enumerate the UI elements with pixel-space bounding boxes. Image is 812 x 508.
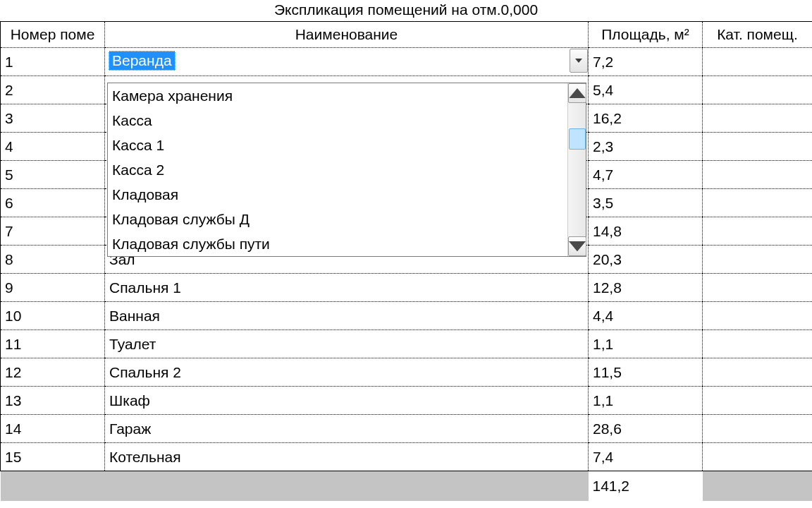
dropdown-scrollbar[interactable] [567, 83, 586, 256]
cell-number[interactable]: 7 [1, 217, 105, 246]
cell-category[interactable] [703, 48, 813, 76]
cell-number[interactable]: 5 [1, 161, 105, 189]
cell-area[interactable]: 1,1 [589, 387, 703, 415]
cell-area[interactable]: 28,6 [589, 415, 703, 443]
total-row: 141,2 [1, 471, 813, 501]
cell-area[interactable]: 3,5 [589, 189, 703, 217]
page-title: Экспликация помещений на отм.0,000 [0, 0, 812, 21]
cell-number[interactable]: 4 [1, 133, 105, 161]
svg-marker-1 [569, 88, 586, 98]
table-row[interactable]: 11Туалет1,1 [1, 330, 813, 358]
cell-category[interactable] [703, 161, 813, 189]
cell-area[interactable]: 7,2 [589, 48, 703, 76]
dropdown-option[interactable]: Кладовая [108, 182, 567, 207]
total-blank [1, 471, 105, 501]
cell-category[interactable] [703, 133, 813, 161]
cell-category[interactable] [703, 302, 813, 330]
cell-category[interactable] [703, 415, 813, 443]
cell-number[interactable]: 8 [1, 246, 105, 274]
name-dropdown-list[interactable]: Камера храненияКассаКасса 1Касса 2Кладов… [107, 83, 586, 257]
cell-name[interactable]: Котельная [105, 443, 589, 471]
cell-number[interactable]: 1 [1, 48, 105, 76]
cell-category[interactable] [703, 246, 813, 274]
cell-number[interactable]: 6 [1, 189, 105, 217]
cell-area[interactable]: 7,4 [589, 443, 703, 471]
cell-name[interactable]: Веранда [105, 48, 589, 76]
cell-area[interactable]: 11,5 [589, 358, 703, 387]
scroll-thumb[interactable] [569, 128, 586, 150]
scroll-down-button[interactable] [568, 236, 586, 256]
cell-area[interactable]: 14,8 [589, 217, 703, 246]
cell-name[interactable]: Спальня 1 [105, 274, 589, 302]
cell-category[interactable] [703, 189, 813, 217]
cell-category[interactable] [703, 358, 813, 387]
cell-area[interactable]: 4,7 [589, 161, 703, 189]
table-row[interactable]: 13Шкаф1,1 [1, 387, 813, 415]
dropdown-option[interactable]: Кладовая службы Д [108, 207, 567, 231]
cell-category[interactable] [703, 330, 813, 358]
table-row[interactable]: 15Котельная7,4 [1, 443, 813, 471]
col-header-name[interactable]: Наименование [105, 22, 589, 48]
cell-category[interactable] [703, 76, 813, 104]
dropdown-option[interactable]: Касса [108, 108, 567, 133]
cell-number[interactable]: 15 [1, 443, 105, 471]
dropdown-option[interactable]: Кладовая службы пути [108, 231, 567, 256]
dropdown-option[interactable]: Касса 2 [108, 157, 567, 182]
cell-name[interactable]: Шкаф [105, 387, 589, 415]
cell-name[interactable]: Спальня 2 [105, 358, 589, 387]
col-header-area[interactable]: Площадь, м² [589, 22, 703, 48]
cell-number[interactable]: 3 [1, 104, 105, 133]
cell-number[interactable]: 2 [1, 76, 105, 104]
cell-area[interactable]: 16,2 [589, 104, 703, 133]
cell-category[interactable] [703, 387, 813, 415]
dropdown-selected-value[interactable]: Веранда [109, 51, 176, 71]
cell-number[interactable]: 9 [1, 274, 105, 302]
total-blank [703, 471, 813, 501]
table-header-row: Номер поме Наименование Площадь, м² Кат.… [1, 22, 813, 48]
cell-category[interactable] [703, 274, 813, 302]
cell-category[interactable] [703, 443, 813, 471]
total-area-value: 141,2 [589, 471, 703, 501]
cell-number[interactable]: 12 [1, 358, 105, 387]
cell-area[interactable]: 2,3 [589, 133, 703, 161]
cell-number[interactable]: 10 [1, 302, 105, 330]
cell-area[interactable]: 5,4 [589, 76, 703, 104]
col-header-category[interactable]: Кат. помещ. [703, 22, 813, 48]
cell-category[interactable] [703, 104, 813, 133]
table-row[interactable]: 10Ванная4,4 [1, 302, 813, 330]
table-row[interactable]: 12Спальня 211,5 [1, 358, 813, 387]
cell-number[interactable]: 11 [1, 330, 105, 358]
col-header-number[interactable]: Номер поме [1, 22, 105, 48]
cell-name[interactable]: Гараж [105, 415, 589, 443]
cell-area[interactable]: 4,4 [589, 302, 703, 330]
total-blank [105, 471, 589, 501]
dropdown-option[interactable]: Камера хранения [108, 83, 567, 108]
cell-area[interactable]: 20,3 [589, 246, 703, 274]
cell-area[interactable]: 1,1 [589, 330, 703, 358]
scroll-up-button[interactable] [568, 83, 586, 103]
cell-name[interactable]: Туалет [105, 330, 589, 358]
cell-number[interactable]: 13 [1, 387, 105, 415]
svg-marker-2 [569, 241, 586, 251]
dropdown-option[interactable]: Касса 1 [108, 133, 567, 157]
table-row[interactable]: 14Гараж28,6 [1, 415, 813, 443]
svg-marker-0 [575, 59, 582, 63]
cell-name[interactable]: Ванная [105, 302, 589, 330]
table-row[interactable]: 1Веранда7,2 [1, 48, 813, 76]
table-row[interactable]: 9Спальня 112,8 [1, 274, 813, 302]
cell-number[interactable]: 14 [1, 415, 105, 443]
cell-category[interactable] [703, 217, 813, 246]
dropdown-toggle-button[interactable] [570, 49, 588, 73]
cell-area[interactable]: 12,8 [589, 274, 703, 302]
